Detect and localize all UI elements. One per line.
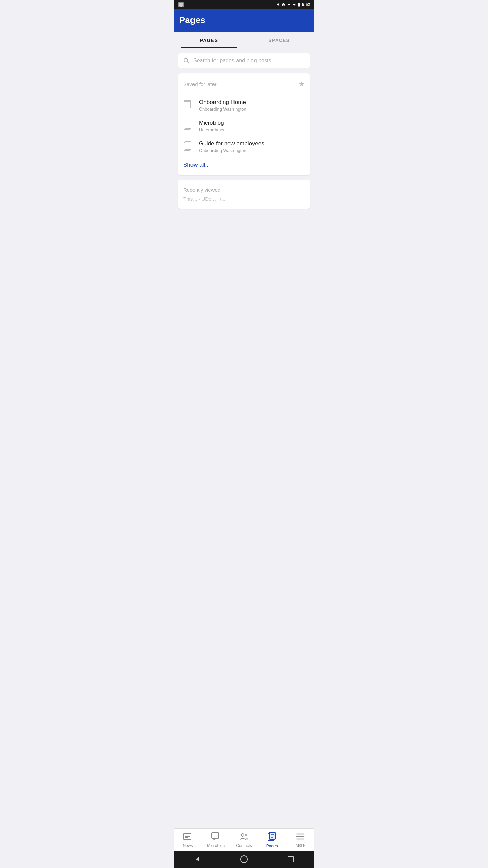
saved-for-later-title: Saved for later <box>183 81 217 87</box>
svg-point-16 <box>241 834 244 836</box>
page-doc-icon <box>183 141 194 153</box>
item-text: Guide for new employees Onboarding Washi… <box>199 140 305 153</box>
recently-viewed-preview: This... · UDo... · ti... · <box>183 196 305 202</box>
item-text: Onboarding Home Onboarding Washington <box>199 99 305 112</box>
battery-icon: ▮ <box>298 2 300 7</box>
signal-icon: ♥ <box>293 2 296 7</box>
svg-line-3 <box>187 62 189 64</box>
svg-rect-8 <box>185 121 191 129</box>
list-item[interactable]: Microblog Unternehmen <box>183 116 305 136</box>
svg-rect-6 <box>184 101 190 109</box>
tab-spaces[interactable]: SPACES <box>244 32 314 48</box>
star-icon[interactable]: ★ <box>299 80 305 88</box>
app-icon <box>178 2 184 7</box>
dnd-icon: ⊖ <box>282 2 285 7</box>
search-input[interactable]: Search for pages and blog posts <box>193 58 271 64</box>
item-title: Guide for new employees <box>199 140 305 147</box>
home-button[interactable] <box>239 854 249 864</box>
item-subtitle: Unternehmen <box>199 127 305 132</box>
recently-viewed-title: Recently viewed <box>183 187 305 193</box>
list-item[interactable]: Guide for new employees Onboarding Washi… <box>183 136 305 157</box>
bluetooth-icon: ✱ <box>276 2 280 7</box>
card-header: Saved for later ★ <box>183 80 305 88</box>
nav-label-pages: Pages <box>266 844 278 848</box>
svg-rect-15 <box>212 833 219 838</box>
svg-rect-1 <box>180 6 182 7</box>
pages-icon <box>268 832 277 842</box>
search-container: Search for pages and blog posts <box>174 48 314 73</box>
nav-item-pages[interactable]: Pages <box>258 829 286 851</box>
status-bar: ✱ ⊖ ▼ ♥ ▮ 5:52 <box>174 0 314 9</box>
item-title: Onboarding Home <box>199 99 305 106</box>
recently-viewed-card: Recently viewed This... · UDo... · ti...… <box>178 180 310 209</box>
saved-for-later-card: Saved for later ★ Onboarding Home Onboar… <box>178 73 310 175</box>
page-doc-icon <box>183 99 194 112</box>
nav-label-more: More <box>296 843 305 848</box>
status-bar-right: ✱ ⊖ ▼ ♥ ▮ 5:52 <box>276 2 310 7</box>
nav-label-microblog: Microblog <box>207 843 225 848</box>
nav-item-more[interactable]: More <box>286 829 314 851</box>
content-area: Search for pages and blog posts Saved fo… <box>174 48 314 828</box>
item-subtitle: Onboarding Washington <box>199 106 305 112</box>
more-icon <box>296 833 305 842</box>
status-bar-left <box>178 2 184 7</box>
item-text: Microblog Unternehmen <box>199 120 305 132</box>
svg-marker-26 <box>196 857 199 862</box>
svg-rect-19 <box>269 832 275 839</box>
microblog-icon <box>211 832 220 842</box>
svg-point-17 <box>245 834 247 836</box>
page-doc-icon <box>183 120 194 132</box>
page-title: Pages <box>179 15 309 25</box>
search-box[interactable]: Search for pages and blog posts <box>178 53 310 68</box>
search-icon <box>183 57 190 64</box>
item-title: Microblog <box>199 120 305 126</box>
svg-rect-10 <box>185 142 191 149</box>
nav-label-news: News <box>183 843 193 848</box>
header: Pages <box>174 9 314 32</box>
tab-bar: PAGES SPACES <box>174 32 314 48</box>
bottom-nav: News Microblog Contacts <box>174 828 314 851</box>
nav-item-microblog[interactable]: Microblog <box>202 829 230 851</box>
wifi-icon: ▼ <box>287 2 291 7</box>
recents-button[interactable] <box>286 854 296 864</box>
list-item[interactable]: Onboarding Home Onboarding Washington <box>183 95 305 116</box>
show-all-link[interactable]: Show all... <box>183 162 305 169</box>
item-subtitle: Onboarding Washington <box>199 148 305 153</box>
time-display: 5:52 <box>302 2 310 7</box>
back-button[interactable] <box>192 854 202 864</box>
contacts-icon <box>239 832 249 842</box>
svg-rect-0 <box>179 3 183 6</box>
android-system-bar <box>174 851 314 868</box>
nav-item-contacts[interactable]: Contacts <box>230 829 258 851</box>
news-icon <box>183 832 192 842</box>
nav-item-news[interactable]: News <box>174 829 202 851</box>
nav-label-contacts: Contacts <box>236 843 252 848</box>
tab-pages[interactable]: PAGES <box>174 32 244 48</box>
